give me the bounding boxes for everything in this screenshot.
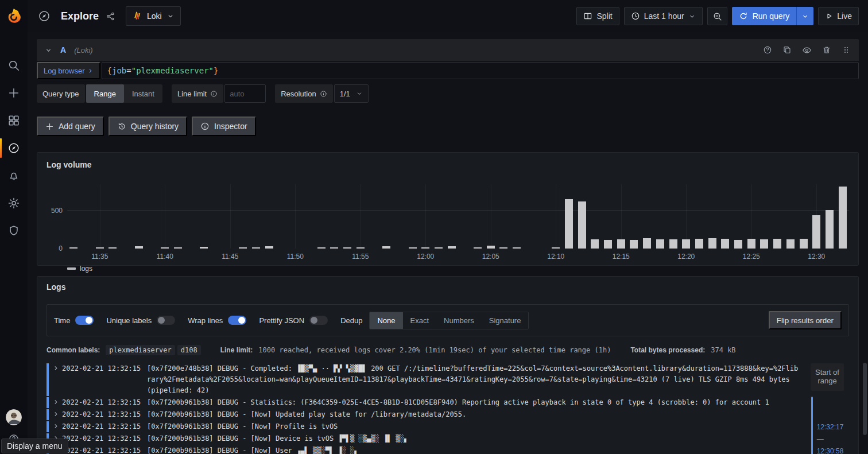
volume-bar[interactable]	[643, 238, 651, 249]
resolution-select[interactable]: 1/1	[334, 84, 369, 103]
volume-bar[interactable]	[161, 247, 169, 249]
expand-row-icon[interactable]	[53, 397, 62, 405]
common-label-chip[interactable]: d108	[177, 345, 201, 355]
trash-icon[interactable]	[822, 45, 831, 55]
volume-bar[interactable]	[669, 239, 677, 249]
user-avatar[interactable]	[6, 409, 22, 425]
volume-bar[interactable]	[839, 187, 847, 249]
volume-bar[interactable]	[421, 247, 429, 249]
live-button[interactable]: Live	[818, 7, 859, 25]
volume-bar[interactable]	[69, 247, 78, 249]
volume-bar[interactable]	[108, 247, 117, 249]
log-row[interactable]: 2022-02-21 12:32:15 [0x7f200b961b38] DEB…	[46, 397, 800, 408]
volume-bar[interactable]	[487, 246, 495, 249]
common-label-chip[interactable]: plexmediaserver	[106, 345, 175, 355]
volume-bar[interactable]	[721, 239, 729, 249]
sidebar-item-configuration[interactable]	[0, 189, 28, 217]
volume-bar[interactable]	[773, 239, 781, 249]
expand-row-icon[interactable]	[53, 409, 62, 417]
datasource-picker[interactable]: Loki	[126, 6, 181, 26]
dedup-numbers[interactable]: Numbers	[436, 312, 482, 329]
volume-bar[interactable]	[448, 246, 456, 249]
volume-bar[interactable]	[760, 239, 768, 249]
log-row[interactable]: 2022-02-21 12:32:15 [0x7f200b961b38] DEB…	[46, 445, 800, 454]
volume-bar[interactable]	[656, 239, 664, 249]
volume-bar[interactable]	[409, 247, 417, 249]
volume-bar[interactable]	[552, 247, 560, 249]
volume-bar[interactable]	[265, 246, 273, 249]
sidebar-item-server-admin[interactable]	[0, 217, 28, 245]
volume-bar[interactable]	[96, 247, 104, 249]
inspector-button[interactable]: Inspector	[192, 117, 256, 136]
volume-bar[interactable]	[239, 247, 247, 249]
volume-bar[interactable]	[200, 247, 208, 249]
log-row[interactable]: 2022-02-21 12:32:15 [0x7f200b961b38] DEB…	[46, 433, 800, 444]
time-toggle[interactable]	[75, 316, 94, 325]
eye-icon[interactable]	[802, 45, 812, 55]
volume-bar[interactable]	[174, 247, 182, 249]
log-row[interactable]: 2022-02-21 12:32:15 [0x7f200e748b38] DEB…	[46, 363, 800, 396]
query-type-range[interactable]: Range	[86, 84, 124, 103]
query-type-instant[interactable]: Instant	[124, 84, 162, 103]
sidebar-item-alerting[interactable]	[0, 162, 28, 189]
start-of-range-button[interactable]: Start of range	[811, 363, 844, 391]
volume-bar[interactable]	[630, 240, 638, 249]
help-icon[interactable]	[763, 45, 772, 55]
sidebar-item-dashboards[interactable]	[0, 107, 28, 134]
page-scrollbar-thumb[interactable]	[863, 363, 867, 435]
wrap-lines-toggle[interactable]	[228, 316, 246, 325]
volume-bar[interactable]	[734, 240, 742, 249]
volume-bar[interactable]	[474, 247, 482, 249]
sidebar-item-explore[interactable]	[0, 134, 28, 162]
share-icon[interactable]	[106, 11, 115, 21]
run-query-button[interactable]: Run query	[732, 7, 814, 25]
expand-row-icon[interactable]	[53, 363, 62, 371]
dedup-exact[interactable]: Exact	[403, 312, 437, 329]
volume-bar[interactable]	[135, 246, 143, 249]
volume-bar[interactable]	[356, 247, 365, 249]
unique-labels-toggle[interactable]	[157, 316, 175, 325]
chart-legend[interactable]: logs	[67, 265, 849, 273]
dedup-none[interactable]: None	[370, 312, 402, 329]
add-query-button[interactable]: Add query	[37, 117, 104, 136]
split-button[interactable]: Split	[576, 7, 619, 25]
sidebar-item-create[interactable]	[0, 79, 28, 107]
volume-bar[interactable]	[786, 239, 795, 249]
volume-bar[interactable]	[812, 215, 820, 249]
log-row[interactable]: 2022-02-21 12:32:15 [0x7f200b961b38] DEB…	[46, 421, 800, 432]
volume-bar[interactable]	[800, 239, 808, 249]
query-history-button[interactable]: Query history	[108, 117, 187, 136]
query-input[interactable]: {job="plexmediaserver"}	[102, 62, 859, 79]
collapse-chevron-icon[interactable]	[45, 46, 52, 54]
run-query-main[interactable]: Run query	[732, 7, 797, 25]
copy-icon[interactable]	[782, 45, 792, 55]
volume-bar[interactable]	[330, 247, 338, 249]
volume-bar[interactable]	[382, 246, 390, 249]
volume-bar[interactable]	[565, 199, 573, 249]
volume-bar[interactable]	[252, 247, 260, 249]
volume-bar[interactable]	[578, 201, 586, 249]
volume-bar[interactable]	[317, 247, 326, 249]
volume-bar[interactable]	[604, 240, 612, 249]
grafana-logo[interactable]	[0, 0, 28, 32]
volume-bar[interactable]	[747, 239, 755, 249]
volume-bar[interactable]	[826, 210, 834, 249]
volume-bar[interactable]	[435, 247, 443, 249]
time-range-picker[interactable]: Last 1 hour	[624, 7, 703, 25]
sidebar-item-search[interactable]	[0, 52, 28, 79]
volume-bar[interactable]	[682, 239, 690, 249]
run-query-dropdown[interactable]	[796, 7, 813, 25]
line-limit-input[interactable]	[224, 84, 266, 103]
volume-bar[interactable]	[591, 239, 599, 249]
prettify-json-toggle[interactable]	[309, 316, 328, 325]
flip-results-order-button[interactable]: Flip results order	[769, 311, 842, 329]
log-row[interactable]: 2022-02-21 12:32:15 [0x7f200b961b38] DEB…	[46, 409, 800, 420]
volume-bar[interactable]	[513, 247, 521, 249]
log-volume-plot[interactable]: 11:3511:4011:4511:5011:5512:0012:0512:10…	[67, 184, 849, 249]
dedup-signature[interactable]: Signature	[482, 312, 529, 329]
drag-handle-icon[interactable]	[842, 45, 851, 55]
volume-bar[interactable]	[343, 247, 351, 249]
log-browser-button[interactable]: Log browser	[37, 62, 100, 79]
volume-bar[interactable]	[708, 238, 716, 249]
volume-bar[interactable]	[695, 239, 703, 249]
